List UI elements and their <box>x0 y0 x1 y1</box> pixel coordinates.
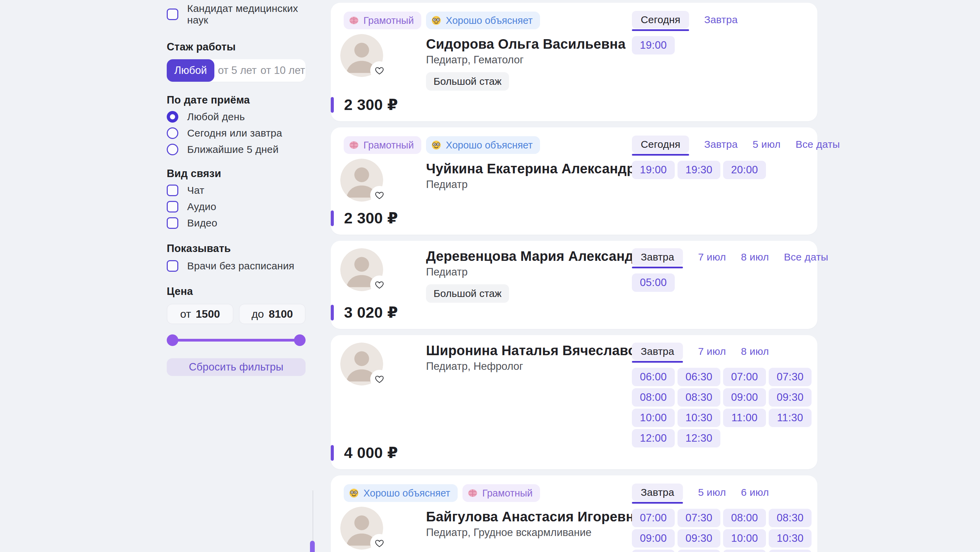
date-tab[interactable]: Завтра <box>632 483 683 501</box>
time-slot-button-cropped[interactable] <box>769 550 811 552</box>
time-slot-button[interactable]: 09:00 <box>632 529 675 547</box>
price-slider-handle-min[interactable] <box>167 334 178 346</box>
date-tab[interactable]: Все даты <box>795 139 840 150</box>
date-tab[interactable]: Завтра <box>704 139 737 150</box>
time-slot-button[interactable]: 05:00 <box>632 273 675 292</box>
favorite-button[interactable] <box>370 186 388 204</box>
time-slot-button[interactable]: 09:00 <box>723 388 766 407</box>
doctor-card[interactable]: Хорошо объясняетГрамотный Байгулова Анас… <box>331 475 817 552</box>
doctor-name[interactable]: Чуйкина Екатерина Александровна <box>426 160 647 177</box>
date-tab[interactable]: 5 июл <box>698 487 726 498</box>
doctor-specialty: Педиатр <box>426 265 647 279</box>
time-slot-button[interactable]: 19:00 <box>632 161 675 179</box>
time-slot-button[interactable]: 11:00 <box>723 408 766 427</box>
time-slot-button[interactable]: 19:30 <box>678 161 721 179</box>
time-slot-button[interactable]: 06:30 <box>678 368 721 386</box>
doctor-info: Сидорова Ольга Васильевна Педиатр, Гемат… <box>426 35 625 91</box>
date-tab[interactable]: Завтра <box>632 248 683 266</box>
time-slot-button[interactable]: 07:30 <box>769 368 811 386</box>
price-accent-bar <box>331 305 334 321</box>
candidate-checkbox[interactable] <box>167 8 178 20</box>
communication-group: Чат Аудио Видео <box>167 185 305 229</box>
date-tab[interactable]: Завтра <box>704 14 737 26</box>
time-slot-button[interactable]: 12:00 <box>632 429 675 447</box>
time-slot-button[interactable]: 07:30 <box>678 509 721 527</box>
date-tab[interactable]: 7 июл <box>698 251 726 263</box>
price-from-input[interactable]: от 1500 <box>167 304 234 324</box>
time-slot-button[interactable]: 08:30 <box>769 509 811 527</box>
doctor-avatar[interactable] <box>340 34 383 77</box>
favorite-button[interactable] <box>370 370 388 388</box>
date-tab[interactable]: 8 июл <box>741 346 769 357</box>
experience-heading: Стаж работы <box>167 41 305 53</box>
experience-option-10y[interactable]: от 10 лет <box>260 59 305 82</box>
price-to-value: 8100 <box>269 308 293 321</box>
time-slot-button[interactable]: 08:00 <box>632 388 675 407</box>
communication-heading: Вид связи <box>167 168 305 180</box>
date-tabs: СегодняЗавтра <box>632 11 811 29</box>
doctor-name[interactable]: Деревенцова Мария Александровна <box>426 247 647 265</box>
price-row: 2 300 ₽ <box>331 96 398 114</box>
doctor-avatar[interactable] <box>340 343 383 386</box>
time-slot-button-cropped[interactable] <box>632 550 675 552</box>
time-slot-button[interactable]: 20:00 <box>723 161 766 179</box>
doctor-results-list: ГрамотныйХорошо объясняет Сидорова Ольга… <box>331 3 817 552</box>
time-slot-button[interactable]: 08:30 <box>678 388 721 407</box>
time-slot-button[interactable]: 12:30 <box>678 429 721 447</box>
time-slot-button[interactable]: 19:00 <box>632 36 675 54</box>
doctor-name[interactable]: Байгулова Анастасия Игоревна <box>426 508 642 525</box>
time-slot-button[interactable]: 10:00 <box>632 408 675 427</box>
any-day-radio[interactable] <box>167 111 178 123</box>
date-tab[interactable]: 6 июл <box>741 487 769 498</box>
favorite-button[interactable] <box>370 276 388 294</box>
time-slot-button[interactable]: 09:30 <box>678 529 721 547</box>
time-slot-button[interactable]: 07:00 <box>632 509 675 527</box>
badges-row: Хорошо объясняетГрамотный <box>344 484 540 502</box>
badge-label: Грамотный <box>363 15 414 26</box>
today-tomorrow-radio[interactable] <box>167 128 178 139</box>
price-slider-handle-max[interactable] <box>294 334 305 346</box>
favorite-button[interactable] <box>370 534 388 552</box>
time-slot-button[interactable]: 11:30 <box>769 408 811 427</box>
favorite-button[interactable] <box>370 61 388 80</box>
time-slot-button-cropped[interactable] <box>723 550 766 552</box>
reset-filters-button[interactable]: Сбросить фильтры <box>167 358 305 376</box>
date-tab[interactable]: 7 июл <box>698 346 726 357</box>
time-slot-button[interactable]: 08:00 <box>723 509 766 527</box>
brain-icon <box>467 488 478 499</box>
price-value: 2 300 ₽ <box>344 209 398 227</box>
doctor-avatar[interactable] <box>340 248 383 291</box>
experience-option-any[interactable]: Любой <box>167 59 215 82</box>
date-tab[interactable]: 5 июл <box>753 139 781 150</box>
experience-option-5y[interactable]: от 5 лет <box>215 59 260 82</box>
time-slot-button[interactable]: 06:00 <box>632 368 675 386</box>
doctor-name[interactable]: Широнина Наталья Вячеславовна <box>426 342 647 359</box>
doctor-card[interactable]: ГрамотныйХорошо объясняет Сидорова Ольга… <box>331 3 817 121</box>
time-slot-button[interactable]: 10:00 <box>723 529 766 547</box>
audio-checkbox[interactable] <box>167 201 178 212</box>
time-slot-button[interactable]: 07:00 <box>723 368 766 386</box>
date-tab[interactable]: Сегодня <box>632 136 689 153</box>
chat-checkbox[interactable] <box>167 185 178 196</box>
doctor-card[interactable]: Широнина Наталья Вячеславовна Педиатр, Н… <box>331 335 817 469</box>
doctor-card[interactable]: Деревенцова Мария Александровна Педиатр … <box>331 241 817 329</box>
next-5-days-radio[interactable] <box>167 144 178 155</box>
price-row: 4 000 ₽ <box>331 444 398 462</box>
no-schedule-checkbox[interactable] <box>167 260 178 272</box>
doctor-avatar[interactable] <box>340 159 383 202</box>
badge-nerd: Хорошо объясняет <box>426 136 540 154</box>
video-checkbox[interactable] <box>167 217 178 229</box>
date-tab[interactable]: Все даты <box>784 251 828 263</box>
price-to-input[interactable]: до 8100 <box>239 304 305 324</box>
date-tab[interactable]: 8 июл <box>741 251 769 263</box>
date-tab[interactable]: Завтра <box>632 343 683 360</box>
date-tab[interactable]: Сегодня <box>632 11 689 29</box>
time-slot-button[interactable]: 09:30 <box>769 388 811 407</box>
doctor-name[interactable]: Сидорова Ольга Васильевна <box>426 35 625 53</box>
doctor-card[interactable]: ГрамотныйХорошо объясняет Чуйкина Екатер… <box>331 128 817 235</box>
time-slot-button[interactable]: 10:30 <box>769 529 811 547</box>
time-slot-button[interactable]: 10:30 <box>678 408 721 427</box>
sidebar-scrollbar-thumb[interactable] <box>310 541 315 552</box>
doctor-avatar[interactable] <box>340 507 383 550</box>
time-slot-button-cropped[interactable] <box>678 550 721 552</box>
